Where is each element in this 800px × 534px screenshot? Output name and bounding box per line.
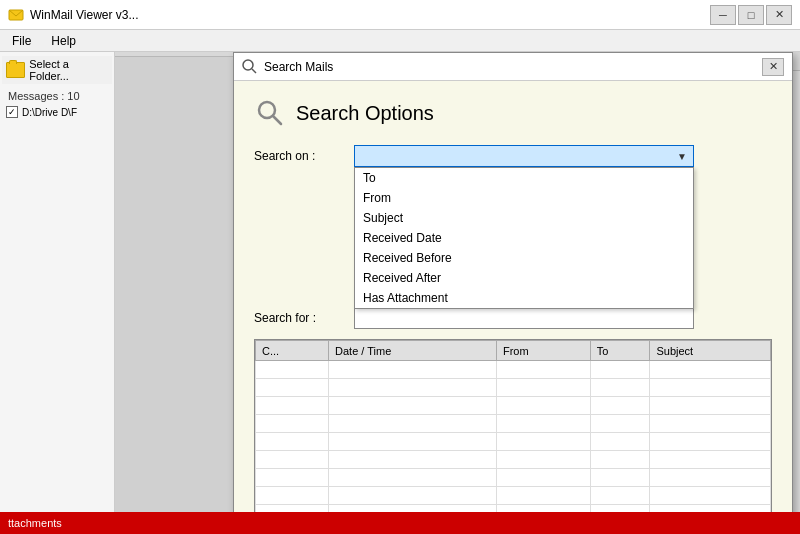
folder-item[interactable]: ✓ D:\Drive D\F (2, 104, 112, 120)
dropdown-option-subject[interactable]: Subject (355, 208, 693, 228)
title-bar: WinMail Viewer v3... ─ □ ✕ (0, 0, 800, 30)
search-for-input[interactable] (354, 307, 694, 329)
svg-line-4 (273, 116, 281, 124)
folder-icon (6, 62, 25, 78)
title-bar-left: WinMail Viewer v3... (8, 7, 138, 23)
folder-path: D:\Drive D\F (22, 107, 77, 118)
col-header-datetime: Date / Time (329, 341, 497, 361)
table-header-row: C... Date / Time From To Subject (256, 341, 771, 361)
messages-count: Messages : 10 (2, 88, 112, 104)
search-for-row: Search for : (254, 307, 772, 329)
select-folder-button[interactable]: Select a Folder... (2, 56, 112, 84)
search-on-label: Search on : (254, 149, 354, 163)
search-options-title: Search Options (296, 102, 434, 125)
dialog-body: Search Options Search on : ▼ (234, 81, 792, 512)
dialog-titlebar: Search Mails ✕ (234, 53, 792, 81)
table-row (256, 469, 771, 487)
main-content: Select a Folder... Messages : 10 ✓ D:\Dr… (0, 52, 800, 512)
chevron-down-icon: ▼ (677, 151, 687, 162)
table-row (256, 505, 771, 513)
app-icon (8, 7, 24, 23)
minimize-button[interactable]: ─ (710, 5, 736, 25)
dropdown-option-to[interactable]: To (355, 168, 693, 188)
search-icon-large (254, 97, 286, 129)
table-row (256, 451, 771, 469)
table-row (256, 397, 771, 415)
menu-help[interactable]: Help (43, 32, 84, 50)
search-heading: Search Options (254, 97, 772, 129)
menu-bar: File Help (0, 30, 800, 52)
modal-overlay: Search Mails ✕ (115, 52, 800, 512)
table-row (256, 415, 771, 433)
app-window: WinMail Viewer v3... ─ □ ✕ File Help Sel… (0, 0, 800, 534)
dropdown-option-received-after[interactable]: Received After (355, 268, 693, 288)
dialog-close-button[interactable]: ✕ (762, 58, 784, 76)
content-area: OC Attachments test e... (115, 52, 800, 512)
dropdown-option-received-date[interactable]: Received Date (355, 228, 693, 248)
search-on-dropdown[interactable]: ▼ (354, 145, 694, 167)
folder-checkbox[interactable]: ✓ (6, 106, 18, 118)
results-table: C... Date / Time From To Subject (255, 340, 771, 512)
dialog-title-text: Search Mails (264, 60, 333, 74)
sidebar: Select a Folder... Messages : 10 ✓ D:\Dr… (0, 52, 115, 512)
col-header-from: From (496, 341, 590, 361)
table-row (256, 487, 771, 505)
svg-line-2 (252, 69, 256, 73)
search-dialog: Search Mails ✕ (233, 52, 793, 512)
col-header-subject: Subject (650, 341, 771, 361)
dropdown-list: To From Subject Received Date Received B… (354, 167, 694, 309)
search-on-row: Search on : ▼ To From Subj (254, 145, 772, 167)
search-for-label: Search for : (254, 311, 354, 325)
dialog-title-left: Search Mails (242, 59, 333, 75)
dialog-search-icon-small (242, 59, 258, 75)
bottom-bar-text: ttachments (8, 517, 62, 529)
table-row (256, 433, 771, 451)
folder-label: Select a Folder... (29, 58, 108, 82)
dropdown-option-received-before[interactable]: Received Before (355, 248, 693, 268)
dropdown-option-from[interactable]: From (355, 188, 693, 208)
dropdown-option-has-attachment[interactable]: Has Attachment (355, 288, 693, 308)
close-button[interactable]: ✕ (766, 5, 792, 25)
bottom-bar: ttachments (0, 512, 800, 534)
results-table-container: C... Date / Time From To Subject (254, 339, 772, 512)
svg-point-1 (243, 60, 253, 70)
table-row (256, 361, 771, 379)
app-title: WinMail Viewer v3... (30, 8, 138, 22)
maximize-button[interactable]: □ (738, 5, 764, 25)
menu-file[interactable]: File (4, 32, 39, 50)
window-controls: ─ □ ✕ (710, 5, 792, 25)
col-header-to: To (590, 341, 650, 361)
table-row (256, 379, 771, 397)
col-header-check: C... (256, 341, 329, 361)
search-on-dropdown-container: ▼ To From Subject Received Date Received… (354, 145, 694, 167)
